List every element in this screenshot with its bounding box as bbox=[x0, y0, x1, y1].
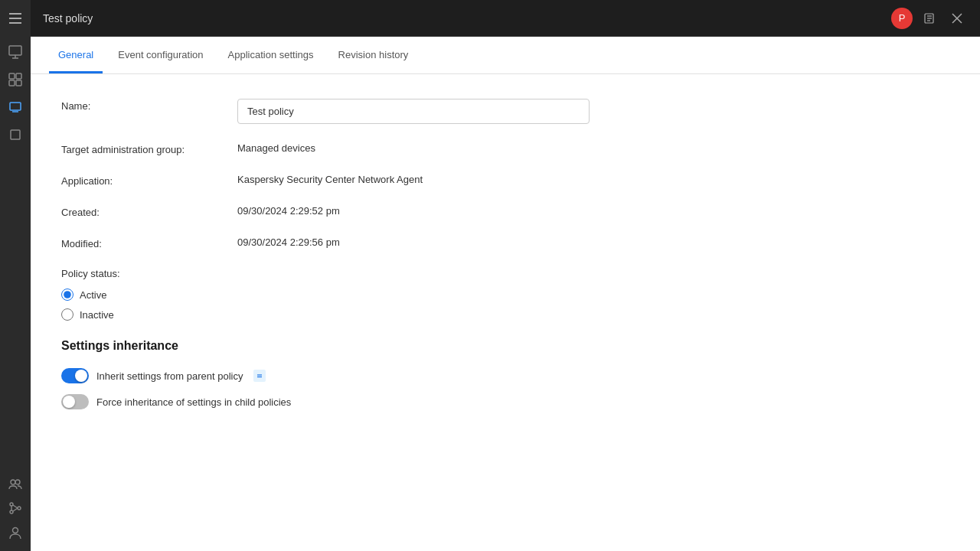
svg-rect-5 bbox=[9, 80, 15, 86]
book-button[interactable] bbox=[919, 8, 940, 29]
svg-rect-6 bbox=[16, 80, 21, 86]
svg-rect-4 bbox=[16, 73, 21, 79]
avatar-button[interactable]: P bbox=[891, 8, 913, 29]
inherit-toggle-row: Inherit settings from parent policy bbox=[61, 368, 949, 383]
modified-row: Modified: 09/30/2024 2:29:56 pm bbox=[61, 236, 949, 249]
title-actions: P bbox=[891, 8, 968, 29]
tab-general[interactable]: General bbox=[49, 37, 103, 73]
sidebar-icon-square[interactable] bbox=[3, 122, 28, 147]
svg-rect-24 bbox=[255, 371, 264, 380]
tab-event-configuration[interactable]: Event configuration bbox=[109, 37, 212, 73]
radio-active[interactable]: Active bbox=[61, 289, 114, 301]
modified-value: 09/30/2024 2:29:56 pm bbox=[237, 236, 340, 248]
target-group-label: Target administration group: bbox=[61, 142, 237, 155]
tab-revision-history[interactable]: Revision history bbox=[329, 37, 418, 73]
created-row: Created: 09/30/2024 2:29:52 pm bbox=[61, 205, 949, 218]
sidebar-icon-group[interactable] bbox=[3, 471, 28, 496]
tab-application-settings[interactable]: Application settings bbox=[219, 37, 323, 73]
name-label: Name: bbox=[61, 99, 237, 112]
settings-inheritance-section: Settings inheritance Inherit settings fr… bbox=[61, 339, 949, 409]
radio-active-input[interactable] bbox=[61, 289, 74, 301]
main-area: Test policy P General Event configur bbox=[31, 0, 980, 551]
page-title: Test policy bbox=[43, 12, 891, 24]
svg-point-18 bbox=[13, 528, 18, 533]
settings-inheritance-title: Settings inheritance bbox=[61, 339, 949, 353]
svg-line-17 bbox=[13, 508, 18, 511]
application-value: Kaspersky Security Center Network Agent bbox=[237, 174, 423, 185]
inherit-help-icon[interactable] bbox=[253, 370, 266, 382]
sidebar bbox=[0, 0, 31, 551]
policy-status-label: Policy status: bbox=[61, 268, 120, 279]
radio-inactive-label: Inactive bbox=[80, 309, 114, 321]
svg-line-16 bbox=[13, 505, 18, 508]
inherit-label: Inherit settings from parent policy bbox=[96, 370, 243, 382]
svg-point-13 bbox=[10, 510, 13, 514]
name-row: Name: bbox=[61, 99, 949, 124]
title-bar: Test policy P bbox=[31, 0, 980, 37]
content-area: Name: Target administration group: Manag… bbox=[31, 74, 980, 551]
svg-rect-0 bbox=[9, 46, 21, 55]
svg-point-11 bbox=[15, 480, 20, 484]
sidebar-icon-user[interactable] bbox=[3, 520, 28, 545]
sidebar-bottom bbox=[3, 471, 28, 545]
close-button[interactable] bbox=[946, 8, 968, 29]
target-group-value: Managed devices bbox=[237, 142, 315, 154]
sidebar-icon-grid[interactable] bbox=[3, 67, 28, 92]
name-input[interactable] bbox=[237, 99, 590, 124]
sidebar-icon-monitor[interactable] bbox=[3, 40, 28, 64]
target-group-row: Target administration group: Managed dev… bbox=[61, 142, 949, 155]
modified-label: Modified: bbox=[61, 236, 237, 249]
application-row: Application: Kaspersky Security Center N… bbox=[61, 174, 949, 187]
created-value: 09/30/2024 2:29:52 pm bbox=[237, 205, 340, 217]
svg-point-12 bbox=[10, 503, 13, 506]
sidebar-menu-button[interactable] bbox=[3, 6, 28, 31]
svg-point-14 bbox=[18, 507, 21, 510]
created-label: Created: bbox=[61, 205, 237, 218]
sidebar-icon-branch[interactable] bbox=[3, 496, 28, 520]
policy-status-group: Active Inactive bbox=[61, 289, 114, 321]
radio-inactive-input[interactable] bbox=[61, 308, 74, 321]
application-label: Application: bbox=[61, 174, 237, 187]
svg-point-10 bbox=[11, 480, 15, 484]
svg-rect-3 bbox=[9, 73, 15, 79]
radio-active-label: Active bbox=[80, 289, 106, 301]
force-toggle-row: Force inheritance of settings in child p… bbox=[61, 394, 949, 409]
radio-inactive[interactable]: Inactive bbox=[61, 308, 114, 321]
svg-rect-9 bbox=[11, 130, 20, 139]
svg-rect-7 bbox=[10, 103, 21, 110]
force-toggle[interactable] bbox=[61, 394, 89, 409]
policy-status-row: Policy status: Active Inactive bbox=[61, 268, 949, 321]
force-label: Force inheritance of settings in child p… bbox=[96, 396, 291, 408]
inherit-toggle[interactable] bbox=[61, 368, 89, 383]
sidebar-icon-display[interactable] bbox=[3, 95, 28, 119]
tab-bar: General Event configuration Application … bbox=[31, 37, 980, 74]
